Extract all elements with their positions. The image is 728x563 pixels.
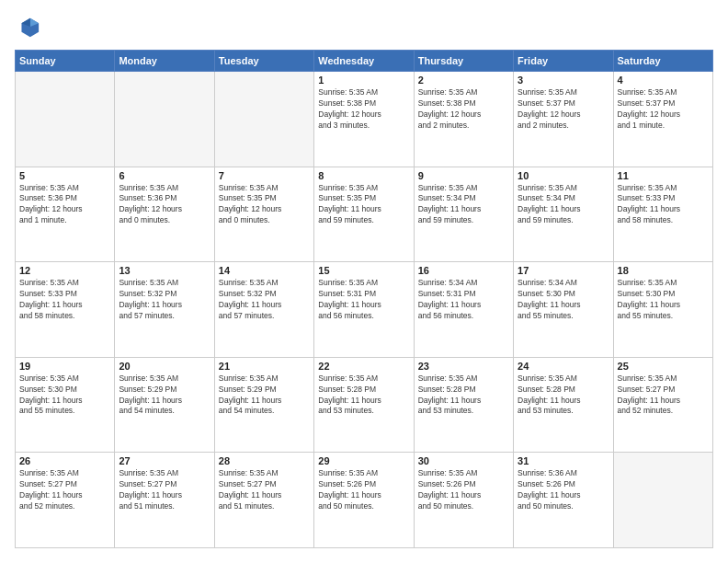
weekday-header-saturday: Saturday [613,51,712,72]
weekday-header-row: SundayMondayTuesdayWednesdayThursdayFrid… [16,51,713,72]
day-info: Sunrise: 5:35 AM Sunset: 5:37 PM Dayligh… [618,87,709,132]
calendar-cell: 31Sunrise: 5:36 AM Sunset: 5:26 PM Dayli… [514,453,613,548]
day-number: 17 [518,265,609,276]
day-info: Sunrise: 5:35 AM Sunset: 5:30 PM Dayligh… [19,373,110,418]
calendar-cell [214,72,313,167]
day-number: 26 [19,455,110,466]
calendar-cell: 13Sunrise: 5:35 AM Sunset: 5:32 PM Dayli… [115,262,214,358]
day-number: 31 [518,455,609,466]
day-info: Sunrise: 5:34 AM Sunset: 5:30 PM Dayligh… [518,278,609,322]
day-info: Sunrise: 5:35 AM Sunset: 5:32 PM Dayligh… [219,278,310,322]
calendar-cell: 11Sunrise: 5:35 AM Sunset: 5:33 PM Dayli… [613,167,712,262]
calendar-cell: 21Sunrise: 5:35 AM Sunset: 5:29 PM Dayli… [214,357,313,453]
weekday-header-friday: Friday [514,51,613,72]
day-info: Sunrise: 5:35 AM Sunset: 5:26 PM Dayligh… [318,468,409,512]
calendar-cell: 2Sunrise: 5:35 AM Sunset: 5:38 PM Daylig… [414,72,513,167]
calendar-cell: 12Sunrise: 5:35 AM Sunset: 5:33 PM Dayli… [16,262,115,358]
week-row-4: 19Sunrise: 5:35 AM Sunset: 5:30 PM Dayli… [16,357,713,453]
day-number: 15 [318,265,409,276]
day-number: 25 [618,361,709,372]
calendar-cell: 16Sunrise: 5:34 AM Sunset: 5:31 PM Dayli… [414,262,513,358]
day-info: Sunrise: 5:35 AM Sunset: 5:38 PM Dayligh… [318,87,409,132]
day-number: 21 [219,361,310,372]
day-info: Sunrise: 5:35 AM Sunset: 5:34 PM Dayligh… [518,183,609,227]
calendar-cell: 29Sunrise: 5:35 AM Sunset: 5:26 PM Dayli… [314,453,414,548]
calendar-cell: 27Sunrise: 5:35 AM Sunset: 5:27 PM Dayli… [115,453,214,548]
day-number: 30 [418,455,509,466]
header [15,15,713,40]
weekday-header-tuesday: Tuesday [214,51,313,72]
day-number: 27 [119,455,210,466]
day-number: 2 [418,75,509,86]
day-info: Sunrise: 5:35 AM Sunset: 5:28 PM Dayligh… [518,373,609,418]
day-info: Sunrise: 5:35 AM Sunset: 5:27 PM Dayligh… [19,468,110,512]
day-number: 29 [318,455,409,466]
calendar-cell: 1Sunrise: 5:35 AM Sunset: 5:38 PM Daylig… [314,72,414,167]
day-info: Sunrise: 5:35 AM Sunset: 5:28 PM Dayligh… [318,373,409,418]
weekday-header-wednesday: Wednesday [314,51,414,72]
day-number: 4 [618,75,709,86]
day-number: 22 [318,361,409,372]
day-number: 13 [119,265,210,276]
day-info: Sunrise: 5:35 AM Sunset: 5:37 PM Dayligh… [518,87,609,132]
day-info: Sunrise: 5:35 AM Sunset: 5:35 PM Dayligh… [219,183,310,227]
day-info: Sunrise: 5:35 AM Sunset: 5:30 PM Dayligh… [618,278,709,322]
calendar-cell [115,72,214,167]
calendar-cell: 14Sunrise: 5:35 AM Sunset: 5:32 PM Dayli… [214,262,313,358]
calendar-cell: 4Sunrise: 5:35 AM Sunset: 5:37 PM Daylig… [613,72,712,167]
day-number: 20 [119,361,210,372]
day-info: Sunrise: 5:35 AM Sunset: 5:28 PM Dayligh… [418,373,509,418]
day-number: 10 [518,170,609,181]
day-info: Sunrise: 5:35 AM Sunset: 5:27 PM Dayligh… [219,468,310,512]
day-number: 7 [219,170,310,181]
day-info: Sunrise: 5:35 AM Sunset: 5:34 PM Dayligh… [418,183,509,227]
day-number: 24 [518,361,609,372]
day-number: 9 [418,170,509,181]
calendar-cell: 30Sunrise: 5:35 AM Sunset: 5:26 PM Dayli… [414,453,513,548]
calendar-cell: 25Sunrise: 5:35 AM Sunset: 5:27 PM Dayli… [613,357,712,453]
logo [15,15,44,40]
day-number: 3 [518,75,609,86]
calendar-cell: 26Sunrise: 5:35 AM Sunset: 5:27 PM Dayli… [16,453,115,548]
day-number: 1 [318,75,409,86]
day-info: Sunrise: 5:35 AM Sunset: 5:31 PM Dayligh… [318,278,409,322]
day-info: Sunrise: 5:35 AM Sunset: 5:27 PM Dayligh… [119,468,210,512]
day-info: Sunrise: 5:36 AM Sunset: 5:26 PM Dayligh… [518,468,609,512]
calendar-cell: 28Sunrise: 5:35 AM Sunset: 5:27 PM Dayli… [214,453,313,548]
day-number: 6 [119,170,210,181]
weekday-header-thursday: Thursday [414,51,513,72]
day-info: Sunrise: 5:34 AM Sunset: 5:31 PM Dayligh… [418,278,509,322]
day-info: Sunrise: 5:35 AM Sunset: 5:26 PM Dayligh… [418,468,509,512]
day-number: 11 [618,170,709,181]
day-number: 23 [418,361,509,372]
week-row-1: 1Sunrise: 5:35 AM Sunset: 5:38 PM Daylig… [16,72,713,167]
calendar-cell: 10Sunrise: 5:35 AM Sunset: 5:34 PM Dayli… [514,167,613,262]
calendar-cell: 23Sunrise: 5:35 AM Sunset: 5:28 PM Dayli… [414,357,513,453]
calendar-cell: 15Sunrise: 5:35 AM Sunset: 5:31 PM Dayli… [314,262,414,358]
calendar-cell: 7Sunrise: 5:35 AM Sunset: 5:35 PM Daylig… [214,167,313,262]
calendar-cell: 24Sunrise: 5:35 AM Sunset: 5:28 PM Dayli… [514,357,613,453]
day-number: 16 [418,265,509,276]
page: SundayMondayTuesdayWednesdayThursdayFrid… [0,0,728,563]
calendar-cell: 17Sunrise: 5:34 AM Sunset: 5:30 PM Dayli… [514,262,613,358]
day-info: Sunrise: 5:35 AM Sunset: 5:36 PM Dayligh… [119,183,210,227]
day-number: 19 [19,361,110,372]
logo-icon [15,15,40,40]
day-info: Sunrise: 5:35 AM Sunset: 5:33 PM Dayligh… [19,278,110,322]
calendar-cell: 20Sunrise: 5:35 AM Sunset: 5:29 PM Dayli… [115,357,214,453]
day-number: 8 [318,170,409,181]
week-row-2: 5Sunrise: 5:35 AM Sunset: 5:36 PM Daylig… [16,167,713,262]
calendar-cell: 5Sunrise: 5:35 AM Sunset: 5:36 PM Daylig… [16,167,115,262]
calendar-table: SundayMondayTuesdayWednesdayThursdayFrid… [15,50,713,548]
day-info: Sunrise: 5:35 AM Sunset: 5:29 PM Dayligh… [219,373,310,418]
calendar-cell: 8Sunrise: 5:35 AM Sunset: 5:35 PM Daylig… [314,167,414,262]
day-number: 18 [618,265,709,276]
calendar-cell [613,453,712,548]
calendar-cell: 9Sunrise: 5:35 AM Sunset: 5:34 PM Daylig… [414,167,513,262]
day-info: Sunrise: 5:35 AM Sunset: 5:27 PM Dayligh… [618,373,709,418]
calendar-cell: 3Sunrise: 5:35 AM Sunset: 5:37 PM Daylig… [514,72,613,167]
day-number: 12 [19,265,110,276]
week-row-3: 12Sunrise: 5:35 AM Sunset: 5:33 PM Dayli… [16,262,713,358]
week-row-5: 26Sunrise: 5:35 AM Sunset: 5:27 PM Dayli… [16,453,713,548]
calendar-cell: 22Sunrise: 5:35 AM Sunset: 5:28 PM Dayli… [314,357,414,453]
